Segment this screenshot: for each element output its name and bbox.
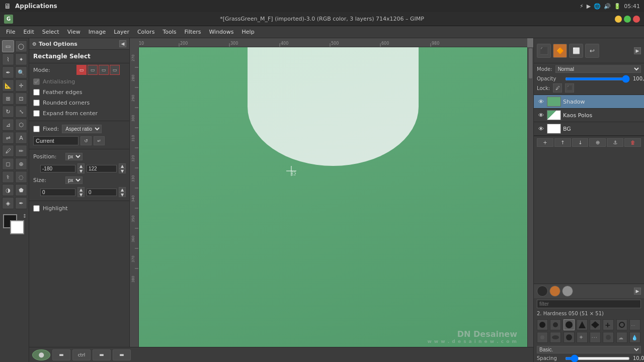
position-y-input[interactable] [87, 165, 117, 172]
brush-swatch-light[interactable] [562, 286, 573, 297]
pos-y-down[interactable]: ▼ [119, 168, 126, 173]
scrollbar-vertical[interactable] [527, 47, 533, 359]
minimize-button[interactable] [615, 16, 622, 23]
menu-colors[interactable]: Colors [133, 28, 158, 36]
background-color[interactable] [10, 220, 24, 234]
layer-row-shadow[interactable]: 👁 Shadow [534, 95, 644, 109]
layer-eye-kaos[interactable]: 👁 [537, 111, 545, 119]
brush-item-3[interactable] [564, 319, 575, 330]
lock-pixels-btn[interactable]: 🖊 [553, 83, 562, 93]
paths-icon-btn[interactable]: ⬜ [569, 44, 583, 58]
size-h-down[interactable]: ▼ [119, 192, 126, 197]
fixed-checkbox[interactable] [33, 126, 40, 132]
tool-heal[interactable]: ⚕ [2, 171, 14, 183]
fixed-select[interactable]: Aspect ratio Width Height Size [62, 125, 102, 133]
tool-clone[interactable]: ⊕ [15, 158, 27, 170]
tool-rect-select[interactable]: ▭ [2, 40, 14, 52]
layer-row-kaos[interactable]: 👁 Kaos Polos [534, 109, 644, 122]
pos-y-up[interactable]: ▲ [119, 163, 126, 168]
size-h-input[interactable] [87, 189, 117, 196]
position-x-input[interactable] [40, 165, 75, 172]
brush-preset-select[interactable]: Basic. [537, 346, 641, 353]
tool-ink[interactable]: ✒ [15, 197, 27, 209]
swap-colors-icon[interactable]: ↕ [23, 213, 27, 219]
tool-ellipse-select[interactable]: ◯ [15, 40, 27, 52]
bottom-btn-1[interactable]: ⬤ [32, 349, 50, 360]
feather-edges-checkbox[interactable] [33, 89, 40, 96]
menu-select[interactable]: Select [38, 28, 63, 36]
tool-fuzzy-select[interactable]: ✦ [15, 53, 27, 65]
current-apply-btn[interactable]: ↵ [94, 136, 105, 145]
tool-options-expand[interactable]: ◀ [119, 40, 126, 47]
scrollbar-thumb-v[interactable] [529, 48, 532, 78]
tool-rotate[interactable]: ↻ [2, 106, 14, 118]
tool-blend[interactable]: ◈ [2, 197, 14, 209]
brush-item-9[interactable] [537, 332, 548, 343]
menu-file[interactable]: File [2, 28, 19, 36]
new-layer-btn[interactable]: + [537, 138, 553, 147]
brush-item-8[interactable]: ··· [629, 319, 640, 330]
menu-view[interactable]: View [63, 28, 85, 36]
mode-btn-replace[interactable]: ▭ [76, 65, 87, 75]
brush-expand[interactable]: ▶ [634, 288, 641, 295]
menu-image[interactable]: Image [85, 28, 110, 36]
brush-item-2[interactable] [550, 319, 561, 330]
tool-perspective[interactable]: ⬡ [15, 119, 27, 131]
layer-eye-shadow[interactable]: 👁 [537, 98, 545, 106]
opacity-slider[interactable] [565, 77, 630, 80]
brush-item-10[interactable] [550, 332, 561, 343]
anchor-layer-btn[interactable]: ⚓ [607, 138, 623, 147]
tool-eraser[interactable]: ◻ [2, 158, 14, 170]
expand-from-center-checkbox[interactable] [33, 110, 40, 117]
tool-shear[interactable]: ⊿ [2, 119, 14, 131]
tool-scale[interactable]: ⤡ [15, 106, 27, 118]
layer-row-bg[interactable]: 👁 BG [534, 122, 644, 136]
spacing-slider[interactable] [565, 357, 630, 360]
highlight-checkbox[interactable] [33, 205, 40, 212]
current-reset-btn[interactable]: ↺ [80, 136, 92, 145]
brush-item-12[interactable]: ✦ [577, 332, 588, 343]
tool-align[interactable]: ⊞ [2, 93, 14, 105]
size-w-input[interactable] [40, 189, 75, 196]
tool-color-picker[interactable]: ✒ [2, 66, 14, 78]
tool-path[interactable]: 🖊 [2, 145, 14, 157]
tool-bucket[interactable]: ⬟ [15, 184, 27, 196]
antialiasing-checkbox[interactable] [33, 78, 40, 85]
right-panel-expand[interactable]: ▶ [634, 47, 641, 54]
tool-lasso[interactable]: ⌇ [2, 53, 14, 65]
lower-layer-btn[interactable]: ↓ [572, 138, 589, 147]
tool-pencil[interactable]: ✏ [15, 145, 27, 157]
current-input[interactable] [33, 136, 78, 145]
brush-item-16[interactable]: 💧 [629, 332, 640, 343]
mode-btn-intersect[interactable]: ▭ [110, 65, 120, 75]
brush-item-7[interactable] [616, 319, 627, 330]
rounded-corners-checkbox[interactable] [33, 100, 40, 106]
undo-icon-btn[interactable]: ↩ [585, 44, 599, 58]
brush-item-15[interactable]: ☁ [616, 332, 627, 343]
tool-dodge[interactable]: ◑ [2, 184, 14, 196]
brush-item-6[interactable]: + [603, 319, 614, 330]
bottom-btn-5[interactable]: ▬ [113, 349, 131, 360]
close-button[interactable] [633, 16, 640, 23]
menu-help[interactable]: Help [238, 28, 259, 36]
tool-crop[interactable]: ⊡ [15, 93, 27, 105]
layer-eye-bg[interactable]: 👁 [537, 125, 545, 133]
tool-flip[interactable]: ⇌ [2, 132, 14, 144]
canvas-content[interactable]: DN Desainew w w w . d e s a i n e w . c … [139, 47, 527, 359]
layer-mode-select[interactable]: Normal Dissolve Multiply Screen [555, 65, 641, 73]
menu-tools[interactable]: Tools [158, 28, 180, 36]
menu-layer[interactable]: Layer [110, 28, 133, 36]
tool-text[interactable]: A [15, 132, 27, 144]
bottom-btn-4[interactable]: ▬ [93, 349, 111, 360]
mode-btn-subtract[interactable]: ▭ [99, 65, 109, 75]
brush-swatch-orange[interactable] [549, 286, 560, 297]
raise-layer-btn[interactable]: ↑ [554, 138, 571, 147]
size-w-down[interactable]: ▼ [77, 192, 85, 197]
menu-edit[interactable]: Edit [19, 28, 38, 36]
mode-btn-add[interactable]: ▭ [88, 65, 98, 75]
position-unit-select[interactable]: px % mm [65, 153, 83, 160]
tool-move[interactable]: ✛ [15, 79, 27, 92]
brush-filter-input[interactable] [537, 300, 641, 308]
size-w-up[interactable]: ▲ [77, 187, 85, 192]
brush-item-5[interactable] [590, 319, 601, 330]
